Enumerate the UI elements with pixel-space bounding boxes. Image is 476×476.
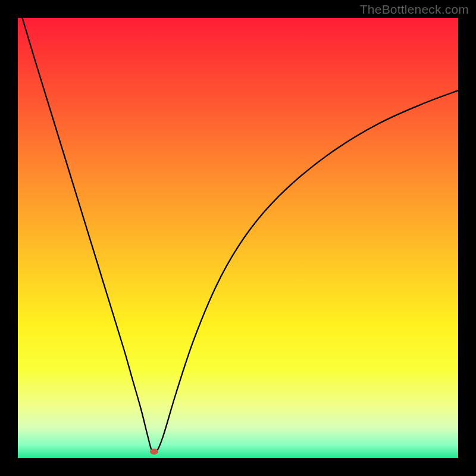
plot-area: [18, 18, 458, 458]
bottleneck-curve: [18, 18, 458, 458]
watermark-text: TheBottleneck.com: [360, 2, 469, 17]
marker-dot: [150, 449, 158, 455]
chart-frame: TheBottleneck.com: [0, 0, 476, 476]
